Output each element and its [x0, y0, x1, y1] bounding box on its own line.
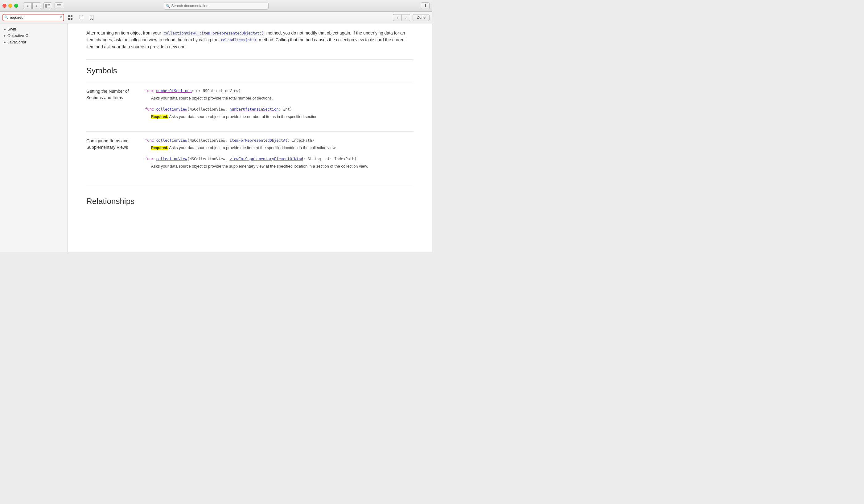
search-field-container: 🔍 ✕	[2, 14, 64, 21]
required-badge-1: Required.	[151, 114, 168, 119]
bookmark-button[interactable]	[87, 14, 96, 21]
sig-plain-4a: (NSCollectionView,	[187, 157, 229, 161]
forward-button[interactable]: ›	[32, 2, 41, 9]
nav-buttons: ‹ ›	[23, 2, 41, 9]
sidebar: ▶ Swift ▶ Objective-C ▶ JavaScript	[0, 23, 68, 252]
symbol-signature-1: func numberOfSections(in: NSCollectionVi…	[145, 88, 413, 94]
traffic-lights	[2, 4, 18, 8]
symbol-group-2: Configuring Items and Supplementary View…	[86, 131, 413, 181]
intro-code2: reloadItems(at:)	[219, 38, 258, 42]
main-layout: ▶ Swift ▶ Objective-C ▶ JavaScript After…	[0, 23, 432, 252]
relationships-divider	[86, 187, 413, 187]
nav-prev-next: ‹ ›	[393, 14, 410, 21]
sidebar-item-label: JavaScript	[8, 40, 26, 44]
symbol-signature-4: func collectionView(NSCollectionView, vi…	[145, 156, 413, 162]
done-button[interactable]: Done	[412, 14, 430, 21]
sig-plain-1: (in: NSCollectionView)	[192, 89, 241, 93]
symbol-desc-2: Required. Asks your data source object t…	[145, 114, 413, 120]
chevron-icon: ▶	[4, 41, 6, 44]
copy-icon	[79, 15, 83, 20]
toc-icon	[57, 4, 61, 8]
symbol-desc-text-3: Asks your data source object to provide …	[169, 145, 336, 150]
svg-rect-0	[45, 4, 47, 8]
svg-rect-5	[57, 5, 61, 6]
sig-plain-2b: : Int)	[279, 107, 292, 111]
symbol-group-label-2: Configuring Items and Supplementary View…	[86, 138, 136, 175]
keyword-func-3: func	[145, 138, 156, 143]
svg-rect-8	[71, 15, 72, 17]
param-name-3[interactable]: itemForRepresentedObjectAt	[230, 138, 288, 143]
title-search-icon: 🔍	[166, 4, 170, 8]
method-name-4[interactable]: collectionView	[156, 157, 187, 161]
chevron-icon: ▶	[4, 28, 6, 31]
svg-rect-12	[80, 15, 83, 19]
sidebar-item-objc[interactable]: ▶ Objective-C	[0, 32, 68, 39]
prev-result-button[interactable]: ‹	[393, 14, 401, 21]
symbol-group-1: Getting the Number of Sections and Items…	[86, 82, 413, 131]
symbol-desc-4: Asks your data source object to provide …	[145, 163, 413, 170]
param-name-2[interactable]: numberOfItemsInSection	[230, 107, 279, 111]
symbol-group-content-1: func numberOfSections(in: NSCollectionVi…	[145, 88, 413, 125]
svg-rect-1	[48, 4, 50, 5]
sig-plain-4b: : String, at: IndexPath)	[303, 157, 357, 161]
search-field-icon: 🔍	[4, 15, 9, 20]
sidebar-icon	[45, 4, 50, 8]
grid-view-button[interactable]	[67, 14, 75, 21]
share-icon: ⬆	[424, 3, 427, 8]
prev-icon: ‹	[397, 15, 398, 20]
share-button[interactable]: ⬆	[421, 2, 430, 9]
symbol-desc-1: Asks your data source object to provide …	[145, 95, 413, 102]
symbol-entry-1: func numberOfSections(in: NSCollectionVi…	[145, 88, 413, 102]
keyword-func-2: func	[145, 107, 156, 111]
method-name-2[interactable]: collectionView	[156, 107, 187, 111]
svg-rect-7	[68, 15, 70, 17]
forward-icon: ›	[36, 4, 37, 8]
sidebar-nav: ▶ Swift ▶ Objective-C ▶ JavaScript	[0, 23, 68, 252]
titlebar-right: ⬆	[421, 2, 430, 9]
symbol-group-label-1: Getting the Number of Sections and Items	[86, 88, 136, 125]
keyword-func-4: func	[145, 157, 156, 161]
zoom-button[interactable]	[14, 4, 18, 8]
symbol-desc-text-2: Asks your data source object to provide …	[169, 114, 319, 119]
method-name-1[interactable]: numberOfSections	[156, 89, 192, 93]
chevron-icon: ▶	[4, 34, 6, 37]
symbols-heading: Symbols	[86, 66, 413, 75]
sidebar-item-js[interactable]: ▶ JavaScript	[0, 39, 68, 45]
search-input[interactable]	[2, 14, 64, 21]
svg-rect-11	[79, 16, 82, 20]
symbol-signature-3: func collectionView(NSCollectionView, it…	[145, 138, 413, 144]
minimize-button[interactable]	[8, 4, 12, 8]
toc-toggle-button[interactable]	[55, 2, 63, 9]
bookmark-icon	[90, 15, 94, 20]
title-search-bar: 🔍	[164, 2, 268, 10]
sig-plain-2a: (NSCollectionView,	[187, 107, 229, 111]
required-badge-2: Required.	[151, 146, 168, 150]
sig-plain-3b: : IndexPath)	[287, 138, 314, 143]
keyword-func-1: func	[145, 89, 156, 93]
svg-rect-4	[57, 4, 61, 5]
symbol-entry-3: func collectionView(NSCollectionView, it…	[145, 138, 413, 151]
symbol-signature-2: func collectionView(NSCollectionView, nu…	[145, 107, 413, 112]
symbol-group-content-2: func collectionView(NSCollectionView, it…	[145, 138, 413, 175]
svg-rect-6	[57, 7, 61, 8]
sidebar-toggle-button[interactable]	[44, 2, 52, 9]
sidebar-item-swift[interactable]: ▶ Swift	[0, 26, 68, 32]
sidebar-item-label: Swift	[8, 27, 16, 32]
back-button[interactable]: ‹	[23, 2, 32, 9]
svg-rect-9	[68, 18, 70, 20]
search-clear-icon[interactable]: ✕	[60, 15, 62, 20]
next-result-button[interactable]: ›	[401, 14, 410, 21]
title-search-input[interactable]	[164, 2, 268, 10]
symbol-desc-3: Required. Asks your data source object t…	[145, 145, 413, 151]
svg-rect-3	[48, 7, 50, 8]
copy-button[interactable]	[77, 14, 85, 21]
svg-rect-2	[48, 5, 50, 6]
intro-text1: After returning an item object from your	[86, 30, 161, 35]
svg-rect-10	[71, 18, 72, 20]
content-area: After returning an item object from your…	[68, 23, 432, 252]
back-icon: ‹	[27, 4, 28, 8]
method-name-3[interactable]: collectionView	[156, 138, 187, 143]
param-name-4[interactable]: viewForSupplementaryElementOfKind	[230, 157, 303, 161]
relationships-heading: Relationships	[86, 197, 413, 206]
close-button[interactable]	[2, 4, 7, 8]
